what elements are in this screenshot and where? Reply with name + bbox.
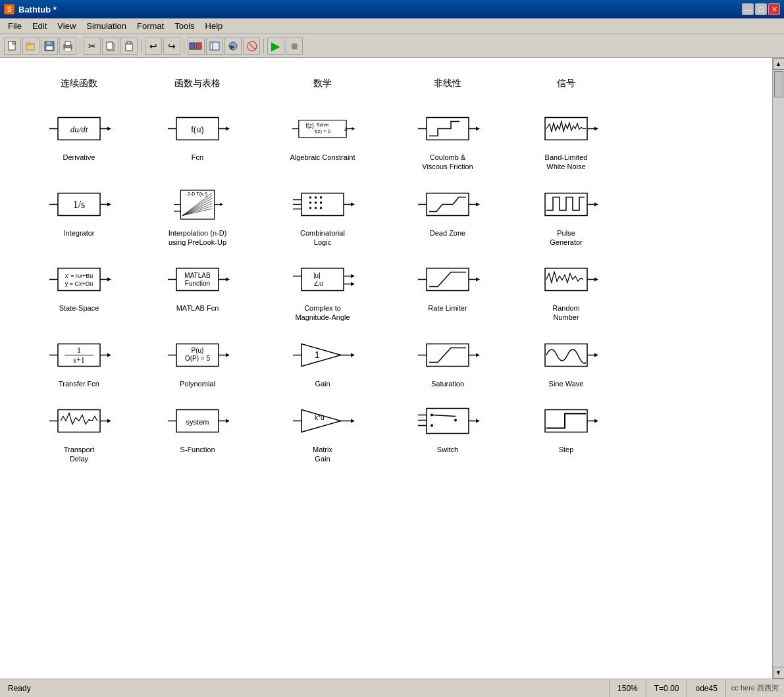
redo-button[interactable]: ↪ <box>163 38 180 55</box>
svg-text:2-D T(k,f): 2-D T(k,f) <box>188 191 207 197</box>
svg-text:y = Cx+Du: y = Cx+Du <box>65 280 93 287</box>
svg-rect-73 <box>315 207 317 209</box>
svg-rect-105 <box>427 269 469 291</box>
new-button[interactable] <box>4 38 21 55</box>
block-interpolation[interactable]: 2-D T(k,f) Interpolation (n-D)using PreL… <box>138 178 257 254</box>
menu-format[interactable]: Format <box>132 20 169 32</box>
library-button[interactable] <box>188 38 205 55</box>
scroll-up-button[interactable]: ▲ <box>773 58 785 70</box>
block-complex[interactable]: |u| ∠u Complex toMagnitude-Angle <box>257 253 388 329</box>
block-fcn[interactable]: f(u) Fcn <box>138 103 257 178</box>
block-gain[interactable]: 1 Gain <box>257 329 388 395</box>
svg-text:O(P) = 5: O(P) = 5 <box>185 354 211 361</box>
svg-marker-162 <box>594 419 598 423</box>
run-button[interactable]: ▶ <box>267 38 284 55</box>
block-combinatorial[interactable]: CombinatorialLogic <box>257 178 388 254</box>
block-pulsegen[interactable]: PulseGenerator <box>507 178 625 254</box>
block-saturation-label: Saturation <box>431 379 464 388</box>
svg-marker-110 <box>594 278 598 282</box>
svg-marker-101 <box>351 274 355 278</box>
svg-text:|u|: |u| <box>313 272 321 279</box>
block-statespace[interactable]: x' = Ax+Bu y = Cx+Du State-Space <box>20 253 138 329</box>
svg-rect-14 <box>196 43 201 49</box>
block-polynomial-label: Polynomial <box>180 379 215 388</box>
svg-text:1: 1 <box>315 349 320 359</box>
svg-marker-135 <box>594 353 598 357</box>
minimize-button[interactable]: — <box>742 3 754 15</box>
block-whitenoise-label: Band-LimitedWhite Noise <box>545 153 588 172</box>
svg-marker-80 <box>476 202 480 206</box>
model-explorer-button[interactable] <box>206 38 223 55</box>
block-integrator-label: Integrator <box>63 228 94 238</box>
block-saturation[interactable]: Saturation <box>388 329 507 395</box>
block-derivative[interactable]: du/dt Derivative <box>20 103 138 178</box>
svg-rect-12 <box>127 41 131 44</box>
block-switch[interactable]: Switch <box>388 395 507 471</box>
svg-marker-76 <box>351 202 355 206</box>
status-bar: Ready 150% T=0.00 ode45 cc here 西西河 <box>0 679 784 697</box>
block-step-label: Step <box>559 445 574 454</box>
svg-text:x' = Ax+Bu: x' = Ax+Bu <box>65 272 93 279</box>
block-transportdelay[interactable]: TransportDelay <box>20 395 138 471</box>
block-algebraic[interactable]: f(z) Solve f(z) = 0 z Algebraic Constrai… <box>257 103 388 178</box>
block-switch-label: Switch <box>437 445 458 454</box>
scrollbar-track[interactable] <box>773 70 784 667</box>
menu-help[interactable]: Help <box>200 20 228 32</box>
block-ratelimiter[interactable]: Rate Limiter <box>388 253 507 329</box>
scrollbar-thumb[interactable] <box>774 71 783 97</box>
svg-rect-67 <box>315 196 317 198</box>
svg-point-157 <box>454 419 457 422</box>
stop-sim-button[interactable]: ⏹ <box>286 38 303 55</box>
block-complex-label: Complex toMagnitude-Angle <box>295 303 350 323</box>
block-sfunction[interactable]: system S-Function <box>138 395 257 471</box>
block-step[interactable]: Step <box>507 395 625 471</box>
block-sinewave[interactable]: Sine Wave <box>507 329 625 395</box>
stop-button[interactable]: 🚫 <box>243 38 260 55</box>
svg-marker-103 <box>351 282 355 286</box>
debug-button[interactable]: ▶ <box>224 38 242 55</box>
cut-button[interactable]: ✂ <box>84 38 101 55</box>
svg-marker-95 <box>226 278 230 282</box>
svg-point-155 <box>431 425 433 427</box>
block-matlabfcn[interactable]: MATLAB Function MATLAB Fcn <box>138 253 257 329</box>
block-interpolation-label: Interpolation (n-D)using PreLook-Up <box>169 228 227 247</box>
block-deadzone[interactable]: Dead Zone <box>388 178 507 254</box>
block-polynomial[interactable]: P(u) O(P) = 5 Polynomial <box>138 329 257 395</box>
menu-file[interactable]: File <box>3 20 27 32</box>
menu-simulation[interactable]: Simulation <box>81 20 132 32</box>
block-whitenoise[interactable]: Band-LimitedWhite Noise <box>507 103 625 178</box>
paste-button[interactable] <box>120 38 138 55</box>
copy-button[interactable] <box>102 38 119 55</box>
block-coulomb[interactable]: Coulomb &Viscous Friction <box>388 103 507 178</box>
close-button[interactable]: ✕ <box>768 3 780 15</box>
block-matrixgain[interactable]: k*u MatrixGain <box>257 395 388 471</box>
block-ratelimiter-label: Rate Limiter <box>428 303 467 313</box>
svg-rect-70 <box>315 201 317 203</box>
svg-rect-72 <box>309 207 311 209</box>
svg-rect-65 <box>301 193 344 215</box>
svg-rect-68 <box>320 196 322 198</box>
menu-bar: File Edit View Simulation Format Tools H… <box>0 18 784 34</box>
svg-rect-41 <box>545 118 587 140</box>
svg-marker-61 <box>220 203 223 206</box>
undo-button[interactable]: ↩ <box>145 38 162 55</box>
menu-tools[interactable]: Tools <box>169 20 199 32</box>
scroll-down-button[interactable]: ▼ <box>773 667 785 679</box>
open-button[interactable] <box>22 38 39 55</box>
block-derivative-label: Derivative <box>63 153 95 162</box>
block-fcn-label: Fcn <box>192 153 203 162</box>
svg-text:du/dt: du/dt <box>70 124 88 134</box>
svg-text:f(z) = 0: f(z) = 0 <box>315 128 330 134</box>
svg-rect-7 <box>65 41 70 45</box>
category-header-functions: 函数与表格 <box>138 71 257 103</box>
menu-edit[interactable]: Edit <box>27 20 52 32</box>
vertical-scrollbar[interactable]: ▲ ▼ <box>772 58 784 679</box>
save-button[interactable] <box>41 38 58 55</box>
block-randomnumber[interactable]: RandomNumber <box>507 253 625 329</box>
maximize-button[interactable]: □ <box>755 3 767 15</box>
block-transferfcn[interactable]: 1 s+1 Transfer Fcn <box>20 329 138 395</box>
main-container: 连续函数 函数与表格 数学 非线性 信号 du/dt Derivative <box>0 58 784 679</box>
block-integrator[interactable]: 1/s Integrator <box>20 178 138 254</box>
menu-view[interactable]: View <box>52 20 81 32</box>
print-button[interactable] <box>59 38 76 55</box>
